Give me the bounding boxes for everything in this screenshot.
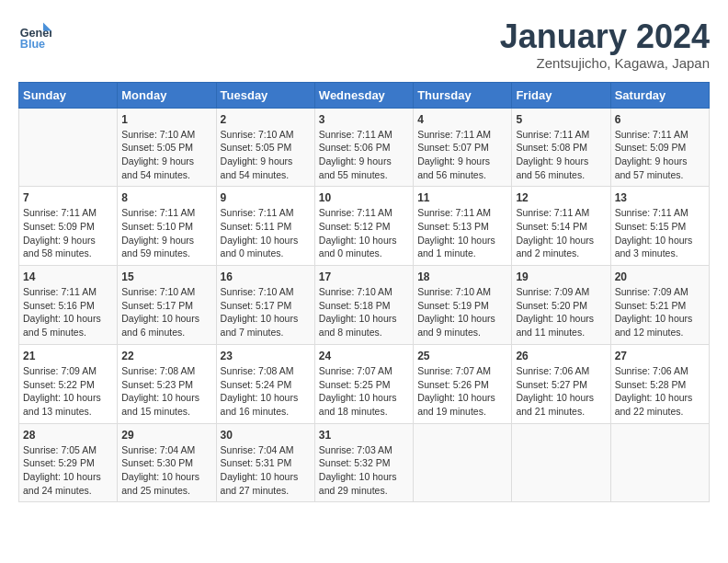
day-number: 8 <box>121 191 211 204</box>
day-info: Sunrise: 7:05 AMSunset: 5:29 PMDaylight:… <box>23 443 113 498</box>
day-number: 11 <box>417 191 507 204</box>
day-number: 28 <box>23 429 113 442</box>
week-row-5: 28Sunrise: 7:05 AMSunset: 5:29 PMDayligh… <box>19 423 710 502</box>
calendar-cell: 7Sunrise: 7:11 AMSunset: 5:09 PMDaylight… <box>19 187 118 266</box>
day-number: 23 <box>221 350 311 362</box>
day-number: 21 <box>23 350 113 362</box>
day-info: Sunrise: 7:11 AMSunset: 5:10 PMDaylight:… <box>121 206 211 260</box>
header-thursday: Thursday <box>414 82 512 108</box>
day-info: Sunrise: 7:04 AMSunset: 5:31 PMDaylight:… <box>221 443 311 498</box>
day-info: Sunrise: 7:09 AMSunset: 5:22 PMDaylight:… <box>23 364 113 419</box>
day-info: Sunrise: 7:11 AMSunset: 5:14 PMDaylight:… <box>516 206 606 260</box>
calendar-cell: 20Sunrise: 7:09 AMSunset: 5:21 PMDayligh… <box>610 266 709 345</box>
day-info: Sunrise: 7:11 AMSunset: 5:06 PMDaylight:… <box>319 128 409 182</box>
calendar-cell: 28Sunrise: 7:05 AMSunset: 5:29 PMDayligh… <box>19 423 118 502</box>
day-info: Sunrise: 7:11 AMSunset: 5:09 PMDaylight:… <box>23 206 113 260</box>
day-number: 14 <box>23 270 113 283</box>
day-info: Sunrise: 7:10 AMSunset: 5:17 PMDaylight:… <box>121 285 211 339</box>
day-info: Sunrise: 7:06 AMSunset: 5:27 PMDaylight:… <box>516 364 606 419</box>
day-info: Sunrise: 7:11 AMSunset: 5:15 PMDaylight:… <box>615 206 705 260</box>
day-number: 22 <box>121 350 211 362</box>
week-row-4: 21Sunrise: 7:09 AMSunset: 5:22 PMDayligh… <box>19 344 710 423</box>
calendar-cell: 29Sunrise: 7:04 AMSunset: 5:30 PMDayligh… <box>118 423 216 502</box>
header-wednesday: Wednesday <box>314 82 413 108</box>
day-info: Sunrise: 7:04 AMSunset: 5:30 PMDaylight:… <box>121 443 211 498</box>
day-number: 31 <box>319 429 409 442</box>
day-info: Sunrise: 7:10 AMSunset: 5:05 PMDaylight:… <box>221 128 311 182</box>
calendar-cell: 16Sunrise: 7:10 AMSunset: 5:17 PMDayligh… <box>216 266 314 345</box>
calendar-cell: 22Sunrise: 7:08 AMSunset: 5:23 PMDayligh… <box>118 344 216 423</box>
day-number: 1 <box>121 113 211 126</box>
day-info: Sunrise: 7:09 AMSunset: 5:21 PMDaylight:… <box>615 285 705 339</box>
day-number: 24 <box>319 350 409 362</box>
calendar-cell <box>512 423 610 502</box>
day-info: Sunrise: 7:09 AMSunset: 5:20 PMDaylight:… <box>516 285 606 339</box>
calendar-cell: 31Sunrise: 7:03 AMSunset: 5:32 PMDayligh… <box>314 423 413 502</box>
day-info: Sunrise: 7:11 AMSunset: 5:07 PMDaylight:… <box>417 128 507 182</box>
day-number: 7 <box>23 191 113 204</box>
day-info: Sunrise: 7:11 AMSunset: 5:16 PMDaylight:… <box>23 285 113 339</box>
day-number: 18 <box>417 270 507 283</box>
day-number: 19 <box>516 270 606 283</box>
title-block: January 2024 Zentsujicho, Kagawa, Japan <box>500 18 710 71</box>
calendar-cell: 11Sunrise: 7:11 AMSunset: 5:13 PMDayligh… <box>414 187 512 266</box>
location-subtitle: Zentsujicho, Kagawa, Japan <box>500 55 710 71</box>
logo-icon: General Blue <box>18 18 51 52</box>
day-info: Sunrise: 7:07 AMSunset: 5:25 PMDaylight:… <box>319 364 409 419</box>
calendar-cell: 8Sunrise: 7:11 AMSunset: 5:10 PMDaylight… <box>118 187 216 266</box>
day-info: Sunrise: 7:08 AMSunset: 5:24 PMDaylight:… <box>221 364 311 419</box>
calendar-cell <box>414 423 512 502</box>
header-sunday: Sunday <box>19 82 118 108</box>
day-number: 29 <box>121 429 211 442</box>
day-number: 6 <box>615 113 705 126</box>
calendar-cell: 26Sunrise: 7:06 AMSunset: 5:27 PMDayligh… <box>512 344 610 423</box>
day-number: 27 <box>615 350 705 362</box>
day-info: Sunrise: 7:07 AMSunset: 5:26 PMDaylight:… <box>417 364 507 419</box>
calendar-cell: 1Sunrise: 7:10 AMSunset: 5:05 PMDaylight… <box>118 108 216 187</box>
day-info: Sunrise: 7:10 AMSunset: 5:19 PMDaylight:… <box>417 285 507 339</box>
day-info: Sunrise: 7:11 AMSunset: 5:12 PMDaylight:… <box>319 206 409 260</box>
calendar-cell: 17Sunrise: 7:10 AMSunset: 5:18 PMDayligh… <box>314 266 413 345</box>
header-saturday: Saturday <box>610 82 709 108</box>
day-number: 13 <box>615 191 705 204</box>
calendar-cell: 13Sunrise: 7:11 AMSunset: 5:15 PMDayligh… <box>610 187 709 266</box>
header-monday: Monday <box>118 82 216 108</box>
day-info: Sunrise: 7:10 AMSunset: 5:17 PMDaylight:… <box>221 285 311 339</box>
calendar-cell: 6Sunrise: 7:11 AMSunset: 5:09 PMDaylight… <box>610 108 709 187</box>
calendar-cell: 30Sunrise: 7:04 AMSunset: 5:31 PMDayligh… <box>216 423 314 502</box>
calendar-table: SundayMondayTuesdayWednesdayThursdayFrid… <box>18 82 710 503</box>
calendar-cell: 15Sunrise: 7:10 AMSunset: 5:17 PMDayligh… <box>118 266 216 345</box>
calendar-cell: 21Sunrise: 7:09 AMSunset: 5:22 PMDayligh… <box>19 344 118 423</box>
day-info: Sunrise: 7:06 AMSunset: 5:28 PMDaylight:… <box>615 364 705 419</box>
calendar-cell: 10Sunrise: 7:11 AMSunset: 5:12 PMDayligh… <box>314 187 413 266</box>
day-number: 10 <box>319 191 409 204</box>
day-number: 4 <box>417 113 507 126</box>
day-number: 20 <box>615 270 705 283</box>
day-number: 26 <box>516 350 606 362</box>
calendar-cell: 12Sunrise: 7:11 AMSunset: 5:14 PMDayligh… <box>512 187 610 266</box>
week-row-1: 1Sunrise: 7:10 AMSunset: 5:05 PMDaylight… <box>19 108 710 187</box>
calendar-cell: 25Sunrise: 7:07 AMSunset: 5:26 PMDayligh… <box>414 344 512 423</box>
day-info: Sunrise: 7:10 AMSunset: 5:18 PMDaylight:… <box>319 285 409 339</box>
day-number: 17 <box>319 270 409 283</box>
logo: General Blue <box>18 18 51 52</box>
header-friday: Friday <box>512 82 610 108</box>
day-info: Sunrise: 7:11 AMSunset: 5:08 PMDaylight:… <box>516 128 606 182</box>
calendar-cell <box>19 108 118 187</box>
day-number: 5 <box>516 113 606 126</box>
calendar-cell: 18Sunrise: 7:10 AMSunset: 5:19 PMDayligh… <box>414 266 512 345</box>
header-tuesday: Tuesday <box>216 82 314 108</box>
day-number: 16 <box>221 270 311 283</box>
day-info: Sunrise: 7:08 AMSunset: 5:23 PMDaylight:… <box>121 364 211 419</box>
day-number: 30 <box>221 429 311 442</box>
day-info: Sunrise: 7:11 AMSunset: 5:11 PMDaylight:… <box>221 206 311 260</box>
calendar-cell: 2Sunrise: 7:10 AMSunset: 5:05 PMDaylight… <box>216 108 314 187</box>
calendar-cell: 27Sunrise: 7:06 AMSunset: 5:28 PMDayligh… <box>610 344 709 423</box>
calendar-cell: 9Sunrise: 7:11 AMSunset: 5:11 PMDaylight… <box>216 187 314 266</box>
day-info: Sunrise: 7:03 AMSunset: 5:32 PMDaylight:… <box>319 443 409 498</box>
day-number: 9 <box>221 191 311 204</box>
day-info: Sunrise: 7:10 AMSunset: 5:05 PMDaylight:… <box>121 128 211 182</box>
calendar-cell <box>610 423 709 502</box>
day-number: 3 <box>319 113 409 126</box>
day-number: 25 <box>417 350 507 362</box>
